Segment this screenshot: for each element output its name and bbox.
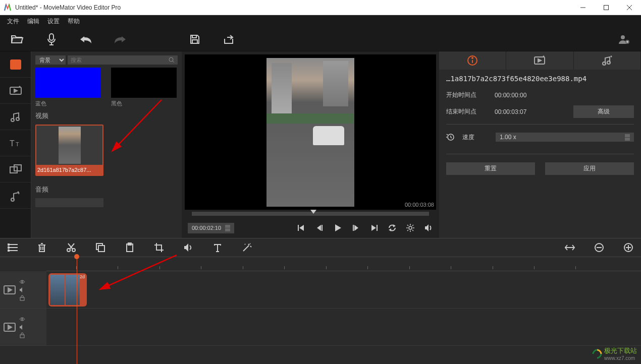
timeline-menu-icon[interactable] (7, 242, 18, 253)
paste-icon[interactable] (124, 242, 135, 253)
close-button[interactable] (618, 0, 641, 15)
svg-point-38 (8, 250, 10, 252)
redo-icon[interactable] (113, 32, 127, 46)
undo-icon[interactable] (79, 32, 93, 46)
track-lock-icon[interactable] (19, 295, 25, 301)
audio-section-title: 音频 (35, 185, 178, 194)
timeline-track-v2 (0, 309, 641, 346)
svg-rect-55 (20, 335, 24, 338)
volume-icon[interactable] (424, 223, 433, 232)
svg-point-25 (409, 226, 412, 229)
tab-video-fx[interactable] (506, 51, 573, 70)
bg-label: 黑色 (111, 100, 177, 107)
speed-value: 1.00 x (500, 134, 516, 141)
bg-thumb-blue[interactable]: 蓝色 (35, 68, 101, 107)
track-audible-icon[interactable] (19, 324, 25, 330)
track-header[interactable] (0, 271, 46, 308)
watermark: 极光下载站 www.xz7.com (592, 346, 637, 361)
svg-point-14 (11, 118, 14, 122)
main-area: TT 背景 蓝色 黑色 视频 2d161a817b7a2c87... 音频 (0, 51, 641, 238)
preview-canvas[interactable] (185, 54, 436, 210)
copy-icon[interactable] (95, 242, 106, 253)
advanced-button[interactable]: 高级 (573, 105, 634, 118)
tab-info[interactable] (439, 51, 506, 70)
skip-start-icon[interactable] (297, 223, 306, 232)
media-panel: 背景 蓝色 黑色 视频 2d161a817b7a2c87... 音频 (31, 51, 182, 238)
svg-rect-52 (20, 297, 24, 300)
settings-gear-icon[interactable] (406, 223, 415, 232)
svg-point-36 (8, 244, 10, 246)
timecode-field[interactable]: 00:00:02:10 (188, 223, 234, 233)
svg-rect-23 (353, 225, 354, 231)
menu-file[interactable]: 文件 (3, 15, 23, 27)
track-audible-icon[interactable] (19, 287, 25, 293)
text-tool-icon[interactable] (212, 242, 223, 253)
frame-back-icon[interactable] (315, 223, 324, 232)
top-toolbar (0, 27, 641, 51)
export-icon[interactable] (222, 32, 236, 46)
zoom-out-icon[interactable] (594, 242, 605, 253)
window-title: Untitled* - MovieMator Video Editor Pro (15, 4, 571, 11)
menu-help[interactable]: 帮助 (64, 15, 84, 27)
track-body[interactable]: 2d (46, 271, 641, 308)
track-header[interactable] (0, 309, 46, 345)
menu-edit[interactable]: 编辑 (23, 15, 43, 27)
nav-transitions[interactable] (0, 156, 31, 183)
timeline-ruler[interactable] (46, 257, 641, 271)
bg-thumb-black[interactable]: 黑色 (111, 68, 177, 107)
open-folder-icon[interactable] (10, 32, 24, 46)
skip-end-icon[interactable] (369, 223, 379, 232)
track-video-icon (3, 322, 16, 333)
menu-settings[interactable]: 设置 (43, 15, 64, 27)
maximize-button[interactable] (595, 0, 618, 15)
user-add-icon[interactable] (617, 32, 631, 46)
apply-button[interactable]: 应用 (545, 162, 634, 175)
nav-text[interactable]: TT (0, 130, 31, 156)
speed-field[interactable]: 1.00 x (496, 133, 634, 142)
zoom-in-icon[interactable] (623, 242, 634, 253)
media-search-input[interactable] (68, 55, 178, 65)
track-body[interactable] (46, 309, 641, 345)
timecode-value: 00:00:02:10 (192, 225, 221, 231)
svg-point-54 (22, 318, 23, 320)
tab-audio-fx[interactable] (574, 51, 641, 70)
preview-scrubber[interactable] (192, 212, 429, 216)
frame-forward-icon[interactable] (351, 223, 360, 232)
timeline-clip[interactable]: 2d (48, 273, 87, 307)
timecode-spinner[interactable] (225, 225, 230, 231)
nav-filters[interactable] (0, 183, 31, 209)
delete-icon[interactable] (36, 242, 47, 253)
svg-rect-6 (192, 40, 197, 43)
microphone-icon[interactable] (44, 32, 59, 46)
media-video-clip[interactable]: 2d161a817b7a2c87... (35, 125, 103, 176)
scrub-playhead-icon[interactable] (310, 210, 316, 214)
reset-button[interactable]: 重置 (446, 162, 535, 175)
nav-media-library[interactable] (0, 51, 31, 78)
magic-wand-icon[interactable] (241, 242, 252, 253)
preview-scrub-time: 00:00:03:08 (405, 202, 434, 208)
play-icon[interactable] (333, 223, 342, 232)
nav-audio[interactable] (0, 104, 31, 130)
media-filter-select[interactable]: 背景 (35, 55, 66, 65)
fit-zoom-icon[interactable] (564, 242, 575, 253)
audio-mute-icon[interactable] (183, 242, 194, 253)
save-icon[interactable] (188, 32, 202, 46)
timeline-clip-label: 2d (80, 274, 85, 279)
crop-icon[interactable] (153, 242, 165, 253)
track-lock-icon[interactable] (19, 332, 25, 338)
cut-scissors-icon[interactable] (66, 242, 77, 253)
track-visible-icon[interactable] (19, 316, 25, 322)
end-time-label: 结束时间点 (446, 107, 487, 116)
svg-rect-21 (298, 225, 299, 231)
track-visible-icon[interactable] (19, 279, 25, 285)
menubar: 文件 编辑 设置 帮助 (0, 15, 641, 27)
svg-rect-4 (49, 34, 54, 40)
minimize-button[interactable] (571, 0, 595, 15)
clip-name-label: 2d161a817b7a2c87... (36, 165, 102, 175)
speed-spinner[interactable] (625, 134, 630, 141)
loop-icon[interactable] (388, 223, 397, 232)
audio-empty-slot[interactable] (35, 198, 103, 207)
nav-video-effects[interactable] (0, 78, 31, 104)
svg-rect-24 (377, 225, 378, 231)
timeline-playhead[interactable] (77, 257, 77, 364)
